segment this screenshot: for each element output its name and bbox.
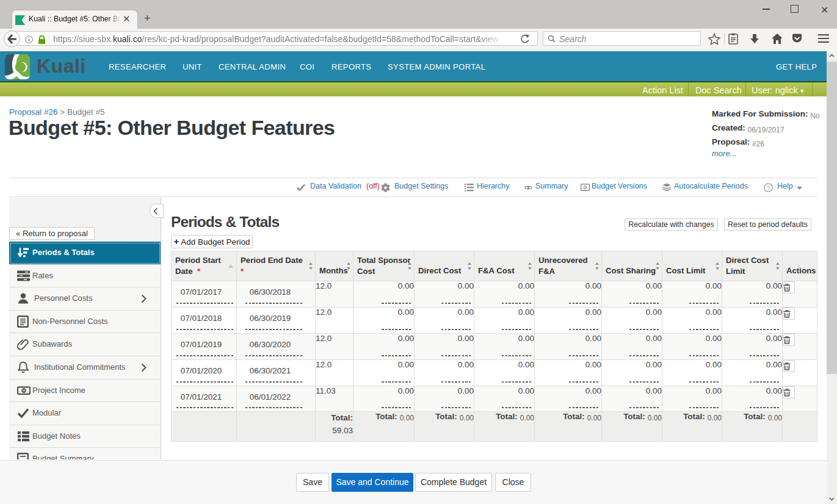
svg-text:?: ? [767, 184, 770, 191]
